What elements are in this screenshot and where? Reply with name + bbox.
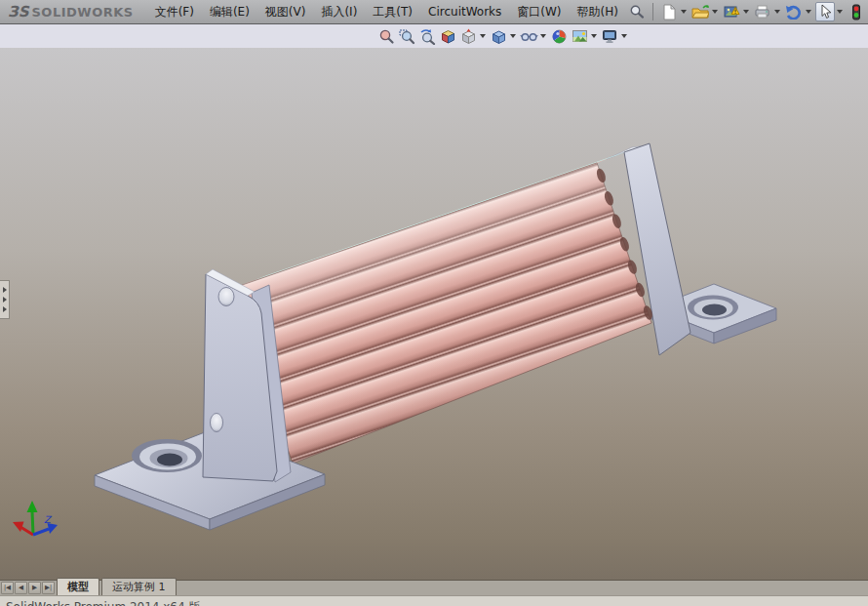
menu-window[interactable]: 窗口(W) xyxy=(509,2,569,22)
apply-scene-button[interactable] xyxy=(571,27,589,46)
undo-dropdown[interactable] xyxy=(806,10,811,14)
graphics-viewport[interactable]: Z xyxy=(0,48,868,580)
view-orientation-button[interactable] xyxy=(459,27,478,46)
zoom-to-area-button[interactable] xyxy=(398,27,416,46)
solidworks-window: { "window": { "logo_mark": "ЗS", "logo_t… xyxy=(0,0,868,606)
open-button[interactable] xyxy=(690,2,710,21)
tab-nav-prev[interactable]: ◀ xyxy=(15,582,27,594)
menu-circuitworks[interactable]: CircuitWorks xyxy=(420,3,509,20)
search-icon[interactable] xyxy=(627,2,647,21)
model-tab-bar: |◀ ◀ ▶ ▶| 模型 运动算例 1 xyxy=(0,580,868,595)
solidworks-logo: ЗS SOLIDWORKS xyxy=(8,3,134,20)
menu-file[interactable]: 文件(F) xyxy=(147,2,202,22)
feature-tree-splitter[interactable] xyxy=(0,280,10,319)
logo-mark: ЗS xyxy=(8,3,28,20)
new-document-button[interactable] xyxy=(659,2,679,21)
heads-up-toolbar xyxy=(0,24,868,48)
apply-scene-dropdown[interactable] xyxy=(591,34,597,38)
heatsink-fins xyxy=(234,163,654,464)
reference-triad: Z xyxy=(13,501,58,535)
bracket-hole-top xyxy=(218,288,234,306)
rebuild-button[interactable] xyxy=(847,2,866,21)
undo-button[interactable] xyxy=(784,2,804,21)
bracket-hole-bottom xyxy=(211,414,223,432)
model-canvas[interactable]: Z xyxy=(0,48,868,580)
standard-toolbar xyxy=(626,2,868,21)
display-style-dropdown[interactable] xyxy=(510,34,516,38)
menu-view[interactable]: 视图(V) xyxy=(257,2,314,22)
menu-edit[interactable]: 编辑(E) xyxy=(202,2,257,22)
select-dropdown[interactable] xyxy=(837,10,843,14)
menu-bar: ЗS SOLIDWORKS 文件(F) 编辑(E) 视图(V) 插入(I) 工具… xyxy=(0,0,868,24)
tab-model[interactable]: 模型 xyxy=(57,578,99,595)
toolbar-separator xyxy=(652,3,653,20)
print-button[interactable] xyxy=(753,2,772,21)
select-button[interactable] xyxy=(815,2,835,21)
previous-view-button[interactable] xyxy=(418,27,437,46)
led-heatsink-assembly[interactable]: Z xyxy=(13,143,776,535)
status-bar: SolidWorks Premium 2014 x64 版 xyxy=(0,595,868,606)
hide-show-items-button[interactable] xyxy=(520,27,538,46)
y-axis-arrow xyxy=(27,501,38,512)
menu-help[interactable]: 帮助(H) xyxy=(570,2,626,22)
status-text: SolidWorks Premium 2014 x64 版 xyxy=(0,596,868,606)
tab-nav-next[interactable]: ▶ xyxy=(28,582,41,594)
view-orientation-dropdown[interactable] xyxy=(480,34,486,38)
section-view-button[interactable] xyxy=(439,27,457,46)
new-document-dropdown[interactable] xyxy=(681,10,687,14)
menu-insert[interactable]: 插入(I) xyxy=(313,2,365,22)
save-dropdown[interactable] xyxy=(743,10,749,14)
display-style-button[interactable] xyxy=(490,27,508,46)
tab-motion-study[interactable]: 运动算例 1 xyxy=(101,578,177,595)
view-settings-button[interactable] xyxy=(601,27,619,46)
logo-text: SOLIDWORKS xyxy=(31,5,133,20)
open-dropdown[interactable] xyxy=(712,10,718,14)
zoom-to-fit-button[interactable] xyxy=(377,27,396,46)
view-settings-dropdown[interactable] xyxy=(621,34,627,38)
print-dropdown[interactable] xyxy=(774,10,780,14)
menu-tools[interactable]: 工具(T) xyxy=(365,2,420,22)
save-button[interactable] xyxy=(722,2,741,21)
z-axis-label: Z xyxy=(44,514,53,525)
edit-appearance-button[interactable] xyxy=(550,27,569,46)
hide-show-items-dropdown[interactable] xyxy=(540,34,546,38)
tab-nav-first[interactable]: |◀ xyxy=(1,582,14,594)
tab-nav-last[interactable]: ▶| xyxy=(42,582,55,594)
